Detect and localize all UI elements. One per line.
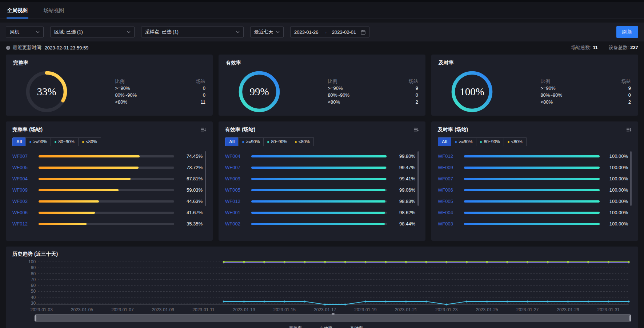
station-label[interactable]: WF005 [225,187,246,193]
scrollbar-thumb[interactable] [205,151,206,206]
legend-filter-8090[interactable]: 80~90% [263,137,291,146]
bar-value: 74.45% [179,153,203,159]
bar-fill [39,212,95,214]
card-title: 有效率 [226,60,418,66]
station-label[interactable]: WF012 [12,221,33,227]
station-label[interactable]: WF004 [438,210,459,215]
svg-text:2023-01-07: 2023-01-07 [111,307,134,312]
date-end: 2023-02-01 [332,29,356,35]
station-count: 9 [416,85,418,92]
tab-station-view[interactable]: 场站视图 [43,3,65,19]
legend-filter-80[interactable]: <80% [504,137,527,146]
station-label[interactable]: WF012 [438,153,459,159]
donut-percent: 100% [449,69,495,114]
region-select[interactable]: 区域: 已选 (1) [50,27,135,37]
datazoom-grip[interactable] [332,313,335,315]
station-label[interactable]: WF012 [225,199,246,204]
bar-row: WF00641.67% [12,207,203,218]
legend-filter-90[interactable]: >=90% [25,137,51,146]
scrollbar-thumb[interactable] [630,151,632,206]
station-label[interactable]: WF005 [12,165,33,170]
bar-rows-viewport: WF00774.45%WF00573.72%WF00467.81%WF00959… [12,151,206,233]
trend-legend-item[interactable]: 有效率 [312,325,333,328]
legend-label: >=90% [33,139,47,144]
station-label[interactable]: WF005 [438,199,459,204]
device-type-select[interactable]: 风机 [6,27,44,37]
station-label[interactable]: WF007 [438,176,459,181]
bar-value: 99.06% [392,187,415,193]
tab-bar: 全局视图 场站视图 [0,2,644,19]
date-range-picker[interactable]: 2023-01-26 → 2023-02-01 [290,27,369,37]
station-label[interactable]: WF006 [12,210,33,215]
bar-row: WF01235.35% [12,218,203,229]
station-label[interactable]: WF006 [438,187,459,193]
station-total-label: 场站总数: [571,45,592,50]
svg-text:2023-01-25: 2023-01-25 [476,307,498,312]
validity-donut-chart: 99% [237,69,282,114]
datazoom-handle-left[interactable] [35,315,36,321]
legend-filter-all[interactable]: All [225,137,239,146]
legend-dot [29,141,31,143]
svg-text:80: 80 [31,271,36,276]
sample-point-select[interactable]: 采样点: 已选 (1) [141,27,244,37]
legend-filter-8090[interactable]: 80~90% [51,137,78,146]
legend-filter-8090[interactable]: 80~90% [476,137,504,146]
station-label[interactable]: WF001 [225,210,246,215]
station-label[interactable]: WF009 [438,165,459,170]
legend-dot [55,141,56,143]
datazoom-handle-right[interactable] [629,315,631,321]
legend-filter-all[interactable]: All [12,137,26,146]
station-label[interactable]: WF002 [438,232,459,233]
station-label[interactable]: WF009 [225,176,246,181]
station-label[interactable]: WF001 [12,232,33,233]
timeliness-donut-chart: 100% [449,69,495,114]
bar-legend: All>=90%80~90%<80% [12,137,206,146]
station-label[interactable]: WF002 [12,199,33,204]
svg-text:2023-01-17: 2023-01-17 [314,307,336,312]
column-header-station: 场站 [621,78,631,85]
svg-text:60: 60 [31,283,36,288]
list-sort-icon[interactable] [201,127,206,132]
station-label[interactable]: WF006 [225,232,246,233]
legend-filter-90[interactable]: >=90% [451,137,476,146]
station-label[interactable]: WF002 [225,221,246,227]
bar-card-row: 完整率 (场站) All>=90%80~90%<80% WF00774.45%W… [6,121,638,241]
list-sort-icon[interactable] [413,127,419,132]
legend-label: <80% [511,139,523,144]
time-range-select[interactable]: 最近七天 [250,27,284,37]
station-label[interactable]: WF003 [438,221,459,227]
legend-filter-80[interactable]: <80% [78,137,101,146]
chevron-down-icon [36,31,40,33]
legend-filter-80[interactable]: <80% [291,137,314,146]
svg-text:2023-01-31: 2023-01-31 [597,307,620,312]
bar-track [39,167,174,169]
tab-global-view[interactable]: 全局视图 [7,3,28,19]
scrollbar-thumb[interactable] [417,151,419,206]
barchart-card-completeness: 完整率 (场站) All>=90%80~90%<80% WF00774.45%W… [6,121,213,241]
trend-legend-item[interactable]: 完整率 [281,325,302,328]
gauge-table-row: <80%2 [328,99,418,105]
refresh-button[interactable]: 刷新 [616,26,638,38]
station-label[interactable]: WF007 [12,153,33,159]
datazoom-slider[interactable] [35,314,631,322]
bar-row: WF00499.80% [225,151,415,162]
station-label[interactable]: WF007 [225,165,246,170]
list-sort-icon[interactable] [626,127,632,132]
legend-filter-90[interactable]: >=90% [238,137,264,146]
bar-value: 100.00% [605,187,628,193]
select-value: 区域: 已选 (1) [54,29,83,35]
station-count: 0 [628,92,631,99]
bar-value: 73.72% [179,165,203,170]
gauge-table: 比例场站 >=90%980%~90%0<80%2 [328,78,418,105]
status-line: 最近更新时间: 2023-02-01 23:59:59 场站总数:11 设备总数… [0,41,644,52]
station-label[interactable]: WF004 [225,153,246,159]
bar-legend: All>=90%80~90%<80% [225,137,419,146]
trend-legend-item[interactable]: 及时率 [342,325,363,328]
station-label[interactable]: WF004 [12,176,33,181]
legend-filter-all[interactable]: All [438,137,451,146]
station-label[interactable]: WF009 [12,187,33,193]
bar-rows-viewport: WF012100.00%WF009100.00%WF007100.00%WF00… [438,151,632,233]
bar-row: WF002100.00% [438,229,628,233]
svg-text:2023-01-27: 2023-01-27 [516,307,539,312]
bar-fill [251,200,385,203]
